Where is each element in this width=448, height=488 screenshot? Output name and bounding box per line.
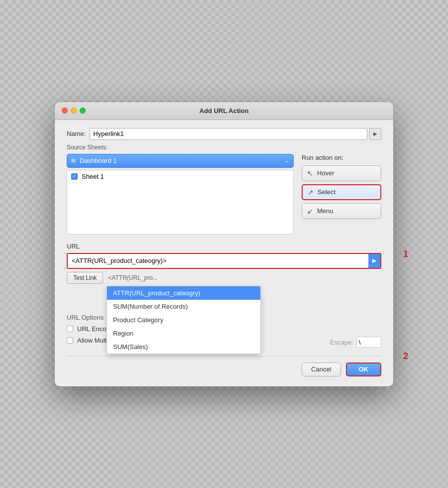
url-input-row: ▶ [67, 253, 381, 269]
grid-icon: ⊞ [71, 157, 76, 164]
sheet-item[interactable]: ✓ Sheet 1 [67, 170, 293, 183]
main-area: ⊞ Dashboard 1 ⌄ ✓ Sheet 1 Run action on:… [67, 154, 381, 235]
url-input[interactable] [68, 254, 368, 268]
dropdown-item-4[interactable]: SUM(Sales) [107, 340, 260, 354]
select-label: Select [318, 188, 336, 196]
dashboard-select[interactable]: ⊞ Dashboard 1 ⌄ [67, 154, 294, 168]
run-action-label: Run action on: [302, 154, 381, 161]
ok-button[interactable]: OK [346, 363, 382, 376]
url-section: URL ▶ Test Link <ATTR(URL_pro... ATTR(UR… [67, 243, 381, 284]
name-label: Name: [67, 130, 86, 137]
url-arrow-button[interactable]: ▶ [368, 254, 380, 268]
minimize-button[interactable] [71, 108, 77, 114]
sheet-checkbox[interactable]: ✓ [71, 173, 78, 180]
annotation-1: 1 [403, 249, 408, 259]
test-link-button[interactable]: Test Link [67, 272, 103, 284]
delimiter-escape-row: Escape: [330, 337, 381, 348]
name-arrow-button[interactable]: ▶ [369, 128, 381, 140]
sheets-list: ✓ Sheet 1 [67, 170, 294, 235]
dialog-title: Add URL Action [200, 107, 249, 115]
url-field-dropdown: ATTR(URL_product_cateogry) SUM(Number of… [107, 286, 261, 354]
dropdown-item-2[interactable]: Product Category [107, 313, 260, 327]
multiple-checkbox[interactable] [67, 337, 73, 344]
test-link-preview: <ATTR(URL_pro... [108, 274, 157, 281]
hover-label: Hover [317, 169, 335, 177]
source-sheets-label: Source Sheets: [67, 144, 381, 151]
hover-button[interactable]: ↖ Hover [302, 165, 381, 181]
chevron-down-icon: ⌄ [285, 157, 289, 164]
close-button[interactable] [62, 108, 68, 114]
title-bar: Add URL Action [55, 102, 393, 120]
annotation-2: 2 [403, 351, 408, 362]
escape-label: Escape: [330, 339, 353, 346]
escape-input[interactable] [356, 337, 381, 348]
dialog-content: Name: ▶ Source Sheets: ⊞ Dashboard 1 ⌄ ✓… [55, 120, 393, 386]
test-link-row: Test Link <ATTR(URL_pro... ATTR(URL_prod… [67, 272, 381, 284]
zoom-button[interactable] [80, 108, 86, 114]
menu-label: Menu [317, 207, 334, 215]
dropdown-item-3[interactable]: Region [107, 327, 260, 340]
url-label: URL [67, 243, 381, 250]
name-input[interactable] [90, 128, 367, 140]
hover-icon: ↖ [307, 169, 313, 177]
add-url-action-dialog: 1 2 3 Add URL Action Name: ▶ Source Shee… [55, 102, 393, 386]
dropdown-item-0[interactable]: ATTR(URL_product_cateogry) [107, 286, 260, 300]
menu-icon: ↙ [307, 207, 313, 215]
cancel-button[interactable]: Cancel [302, 363, 340, 376]
name-row: Name: ▶ [67, 128, 381, 140]
dropdown-item-1[interactable]: SUM(Number of Records) [107, 300, 260, 313]
left-panel: ⊞ Dashboard 1 ⌄ ✓ Sheet 1 [67, 154, 294, 235]
dashboard-name: Dashboard 1 [80, 157, 116, 164]
buttons-row: Cancel OK [67, 356, 381, 376]
select-button[interactable]: ↗ Select [302, 184, 381, 200]
right-panel: Run action on: ↖ Hover ↗ Select ↙ Menu [302, 154, 381, 235]
traffic-lights [62, 108, 86, 114]
sheet-name: Sheet 1 [82, 173, 104, 180]
select-icon: ↗ [308, 188, 314, 196]
menu-button[interactable]: ↙ Menu [302, 203, 381, 219]
encode-checkbox[interactable] [67, 326, 73, 332]
